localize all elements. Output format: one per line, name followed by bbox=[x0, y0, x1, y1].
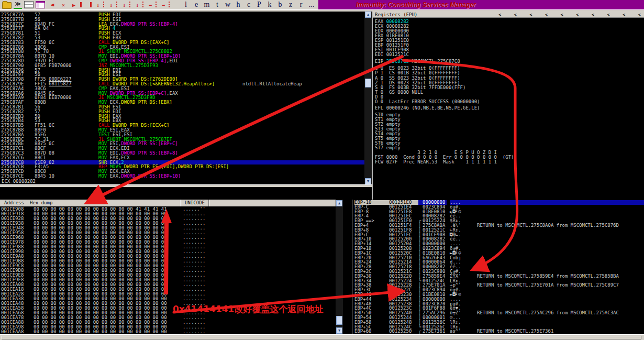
register-row[interactable]: ST1 empty bbox=[375, 117, 643, 122]
register-row[interactable]: EAX 00008282 bbox=[375, 19, 643, 24]
dump-header: Address Hex dump UNICODE bbox=[0, 200, 336, 206]
disasm-row[interactable]: 275C877F6A 04PUSH 4 bbox=[1, 26, 364, 31]
window-button-r[interactable]: r bbox=[296, 1, 306, 9]
window-button-k[interactable]: k bbox=[264, 1, 275, 9]
register-row[interactable]: EDI 0012521C bbox=[375, 52, 643, 57]
toolbar-window-buttons: lemtwhcPkbzr...s bbox=[181, 1, 327, 9]
disasm-row[interactable]: 275C87B453PUSH EBX bbox=[1, 118, 364, 123]
scroll-down-icon[interactable]: ▼ bbox=[336, 327, 342, 334]
register-row[interactable]: O 0 LastErr ERROR_SUCCESS (00000000) bbox=[375, 100, 643, 104]
disasm-rows: 275C877A57PUSH EDI275C877B56PUSH ESI275C… bbox=[1, 13, 364, 179]
disasm-row[interactable]: 275C87A90F84 EEB70000JE MSCOMCTL.275D3F9… bbox=[1, 95, 364, 100]
command-bar[interactable] bbox=[2, 336, 641, 339]
dump-scrollbar[interactable]: ▲ ▼ bbox=[336, 200, 343, 334]
disasm-row[interactable]: 275C87B156PUSH ESI bbox=[1, 105, 364, 109]
disasm-row[interactable]: 275C877A57PUSH EDI bbox=[1, 13, 364, 17]
disasm-row[interactable]: 275C87900F85 FDB70000JNZ MSCOMCTL.275D3F… bbox=[1, 63, 364, 68]
register-row[interactable]: ST4 empty bbox=[375, 131, 643, 136]
register-row[interactable]: ST3 empty bbox=[375, 127, 643, 131]
disasm-row[interactable]: 275C87863BC6CMP EAX,ESI bbox=[1, 45, 364, 50]
window-button-b[interactable]: b bbox=[275, 1, 285, 9]
window-button-h[interactable]: h bbox=[233, 1, 243, 9]
register-row[interactable]: ST6 empty bbox=[375, 141, 643, 146]
register-row[interactable]: ECX 00008282 bbox=[375, 24, 643, 29]
window-button-c[interactable]: c bbox=[243, 1, 254, 9]
dump-header-unicode: UNICODE bbox=[181, 200, 209, 206]
register-row[interactable]: EBX 01BE0810 bbox=[375, 34, 643, 38]
window-button-m[interactable]: m bbox=[202, 1, 212, 9]
disasm-row[interactable]: 275C87CD8BC8MOV ECX,EAX bbox=[1, 169, 364, 174]
scroll-up-icon[interactable]: ▲ bbox=[336, 200, 342, 206]
execute-till-return-button[interactable]: → bbox=[146, 1, 157, 8]
disasm-row[interactable]: 275C87BA85F6TEST ESI,ESI bbox=[1, 133, 364, 137]
register-row[interactable]: EFL 00000246 (NO,NB,E,BE,NS,PE,GE,LE) bbox=[375, 106, 643, 111]
memory-dump-pane[interactable]: Address Hex dump UNICODE 001CE90800 00 0… bbox=[0, 200, 336, 334]
window-button-z[interactable]: z bbox=[285, 1, 296, 9]
restart-button[interactable]: ≫ bbox=[14, 1, 22, 9]
window-button-...[interactable]: ... bbox=[306, 1, 317, 9]
window-button-w[interactable]: w bbox=[223, 1, 233, 9]
disasm-row[interactable]: 275C8783FF50 0CCALL DWORD PTR DS:[EAX+C] bbox=[1, 40, 364, 45]
stack-rows: EBP-10001251E000000000....EBP-C001251E40… bbox=[354, 200, 644, 334]
disasm-info-divider bbox=[0, 184, 372, 187]
disasm-row[interactable]: 275C87C18BCFMOV ECX,EDI bbox=[1, 146, 364, 151]
step-over-button[interactable]: ↓ bbox=[107, 1, 118, 8]
step-into-button[interactable]: ↓ bbox=[94, 1, 105, 8]
disasm-row[interactable]: 275C87CE8B45 10MOV EAX,DWORD PTR SS:[EBP… bbox=[1, 174, 364, 179]
window-button-t[interactable]: t bbox=[212, 1, 223, 9]
step-backward-button[interactable]: ◀◀ bbox=[47, 1, 57, 8]
window-button-l[interactable]: l bbox=[181, 1, 191, 9]
register-row[interactable]: ST5 empty bbox=[375, 136, 643, 141]
registers-pane[interactable]: Registers (FPU) <<<<<<<<<< EAX 00008282E… bbox=[373, 12, 644, 200]
register-row[interactable]: EIP 275C87C8 MSCOMCTL.275C87C8 bbox=[375, 59, 643, 64]
window-title: Immunity: Consulting Services Manager bbox=[356, 1, 476, 8]
window-button-e[interactable]: e bbox=[191, 1, 202, 9]
disasm-row[interactable]: 275C87887C 78JL SHORT MSCOMCTL.275C8802 bbox=[1, 49, 364, 54]
disasm-scrollbar[interactable]: ▲ ▼ bbox=[364, 12, 372, 184]
stack-row[interactable]: EBP+6000125250┌275E7361as^'RETURN to MSC… bbox=[354, 329, 644, 334]
disasm-row[interactable]: 275C878151PUSH ECX bbox=[1, 31, 364, 36]
immunity-debugger-window: ≫◀◀✕▶↓↓↓↓→→ lemtwhcPkbzr...s ? Immunity:… bbox=[0, 0, 644, 340]
register-row[interactable]: T 0 GS 0000 NULL bbox=[375, 90, 643, 95]
animate-into-button[interactable]: ↓ bbox=[120, 1, 131, 8]
scrollbar-thumb[interactable] bbox=[365, 79, 371, 87]
log-window-button[interactable] bbox=[24, 1, 34, 8]
close-button[interactable]: ✕ bbox=[59, 1, 68, 8]
run-button[interactable]: ▶ bbox=[70, 1, 78, 8]
stack-pane[interactable]: EBP-10001251E000000000....EBP-C001251E40… bbox=[352, 200, 644, 334]
register-row[interactable]: FCW 027F Prec NEAR,53 Mask 1 1 1 1 1 1 bbox=[375, 160, 643, 164]
disasm-row[interactable]: 275C87CBF3:A5REP MOVS DWORD PTR ES:[EDI]… bbox=[1, 164, 364, 169]
disasm-row[interactable]: 275C87BC7C 31JL SHORT MSCOMCTL.275C87EF bbox=[1, 137, 364, 142]
disasm-row[interactable]: 275C877C8D4D FCLEA ECX,DWORD PTR SS:[EBP… bbox=[1, 22, 364, 27]
disasm-row[interactable]: 275C878253PUSH EBX bbox=[1, 36, 364, 40]
disasm-row[interactable]: 275C87C68BC1MOV EAX,ECX bbox=[1, 156, 364, 160]
scroll-down-icon[interactable]: ▼ bbox=[365, 178, 371, 184]
open-file-button[interactable] bbox=[2, 2, 12, 9]
window-button-P[interactable]: P bbox=[254, 1, 264, 9]
disasm-row[interactable]: 275C87B350PUSH EAX bbox=[1, 114, 364, 119]
scroll-up-icon[interactable]: ▲ bbox=[365, 12, 371, 18]
disasm-row[interactable]: 275C87BE8B75 0CMOV ESI,DWORD PTR SS:[EBP… bbox=[1, 141, 364, 146]
windows-button[interactable] bbox=[36, 1, 45, 8]
disasm-row[interactable]: 275C877B56PUSH ESI bbox=[1, 17, 364, 22]
animate-over-button[interactable]: ↓ bbox=[133, 1, 144, 8]
register-row[interactable]: ST0 empty bbox=[375, 113, 643, 117]
register-row[interactable]: ESP 001251E0 bbox=[375, 38, 643, 43]
disassembly-pane[interactable]: 275C877A57PUSH EDI275C877B56PUSH ESI275C… bbox=[0, 12, 372, 200]
disasm-row[interactable]: 275C87A43BC6CMP EAX,ESI bbox=[1, 86, 364, 91]
pause-button[interactable] bbox=[80, 2, 92, 7]
disasm-row[interactable]: 275C87B5FF51 0CCALL DWORD PTR DS:[ECX+C] bbox=[1, 123, 364, 128]
disasm-row[interactable]: 275C87B88BF0MOV ESI,EAX bbox=[1, 128, 364, 133]
register-row[interactable]: ST2 empty bbox=[375, 122, 643, 127]
disasm-row[interactable]: 275C87C38B7D 08MOV EDI,DWORD PTR SS:[EBP… bbox=[1, 151, 364, 156]
disasm-row[interactable]: 275C879657PUSH EDI bbox=[1, 68, 364, 73]
register-row[interactable]: ESI 001CE908 bbox=[375, 48, 643, 52]
disasm-row[interactable]: 275C878A8B7D 10MOV EDI,DWORD PTR SS:[EBP… bbox=[1, 54, 364, 59]
disasm-row[interactable]: 275C87AF8B0BMOV ECX,DWORD PTR DS:[EBX] bbox=[1, 100, 364, 105]
register-row[interactable]: EBP 001251F0 bbox=[375, 43, 643, 48]
scrollbar-thumb[interactable] bbox=[336, 316, 342, 325]
disasm-row[interactable]: 275C87B257PUSH EDI bbox=[1, 109, 364, 114]
disasm-row[interactable]: 275C879EFF15 68115827CALL DWORD PTR DS:[… bbox=[1, 82, 364, 86]
execute-till-user-button[interactable]: → bbox=[159, 1, 170, 8]
register-row[interactable]: EDX 00000000 bbox=[375, 29, 643, 34]
